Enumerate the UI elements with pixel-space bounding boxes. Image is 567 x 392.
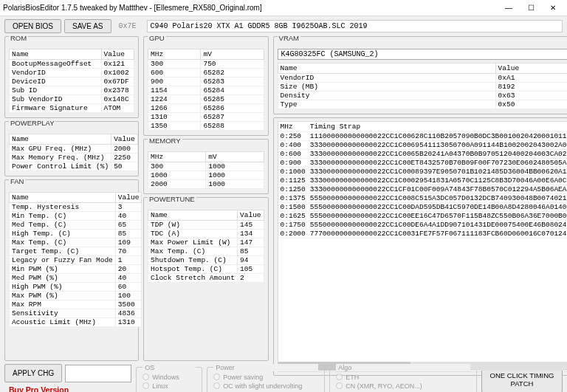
cell[interactable]: 333000000000000022CC1C00089397E9050701B1… <box>308 168 567 176</box>
table-row[interactable]: Size (MB)8192 <box>278 83 567 92</box>
table-row[interactable]: 135065288 <box>148 122 264 131</box>
cell[interactable]: 85 <box>238 247 264 256</box>
cell[interactable]: 145 <box>238 221 264 230</box>
table-row[interactable]: 131065287 <box>148 113 264 122</box>
table-row[interactable]: Max Temp. (C)85 <box>148 247 264 256</box>
cell[interactable]: 333000000000000022CC1C0069541113050700A0… <box>308 141 567 150</box>
open-bios-button[interactable]: OPEN BIOS <box>4 19 61 33</box>
cell[interactable]: 105 <box>238 265 264 274</box>
cell[interactable]: 1000 <box>206 180 264 189</box>
table-row[interactable]: Sensitivity4836 <box>10 309 142 318</box>
table-row[interactable]: 0:250111000000000000022CC1C00628C110B205… <box>278 132 567 141</box>
timing-table[interactable]: MHzTiming Strap0:250111000000000000022CC… <box>278 122 567 238</box>
cell[interactable]: 0:2000 <box>278 230 308 238</box>
cell[interactable]: 0x50 <box>495 100 567 109</box>
bios-name-field[interactable]: C940 Polaris20 XTX A1 GDDR5 8GB I9625OAB… <box>147 20 563 32</box>
cell[interactable]: 0:900 <box>278 159 308 168</box>
memory-table[interactable]: MHzmV30010001000100020001000 <box>148 151 264 189</box>
cell[interactable]: 40 <box>115 212 142 221</box>
cell[interactable]: 333000000000000022CC1CF01C00F009A74843F7… <box>308 185 567 194</box>
cell[interactable]: 65285 <box>201 95 264 104</box>
cell[interactable]: DeviceID <box>10 78 102 86</box>
cell[interactable]: Legacy or Fuzzy Fan Mode <box>10 256 116 265</box>
power-oc-radio[interactable]: OC with slight undervolting <box>213 382 318 390</box>
cell[interactable]: 1000 <box>148 171 206 180</box>
cell[interactable]: 0x121 <box>101 60 134 69</box>
table-row[interactable]: Legacy or Fuzzy Fan Mode1 <box>10 256 142 265</box>
cell[interactable]: TDP (W) <box>148 221 238 230</box>
table-row[interactable]: Acoustic Limit (MHz)1310 <box>10 318 142 327</box>
cell[interactable]: 20 <box>115 265 142 274</box>
cell[interactable]: Sub VendorID <box>10 95 102 104</box>
cell[interactable]: High PWM (%) <box>10 283 116 292</box>
timing-scroll[interactable]: MHzTiming Strap0:250111000000000000022CC… <box>278 121 567 372</box>
table-row[interactable]: TDC (A)134 <box>148 230 264 238</box>
table-row[interactable]: 10001000 <box>148 171 264 180</box>
table-row[interactable]: Temp. Hysteresis3 <box>10 203 142 212</box>
cell[interactable]: 300 <box>148 60 201 69</box>
cell[interactable]: 100 <box>115 292 142 300</box>
cell[interactable]: 555000000000000022CC1C00EE16C47D6570F115… <box>308 212 567 221</box>
close-button[interactable]: ✕ <box>542 1 564 16</box>
cell[interactable]: BootupMessageOffset <box>10 60 102 69</box>
cell[interactable]: 333000000000000022CC1C00ET8432570B70B09F… <box>308 159 567 168</box>
cell[interactable]: Sensitivity <box>10 309 116 318</box>
table-row[interactable]: 0:1125333000000000000022CC1C00029541831A… <box>278 176 567 185</box>
cell[interactable]: 134 <box>238 230 264 238</box>
table-row[interactable]: Firmware SignatureATOM <box>10 104 134 113</box>
cell[interactable]: Size (MB) <box>278 83 495 92</box>
table-row[interactable]: Hotspot Temp. (C)105 <box>148 265 264 274</box>
table-row[interactable]: Med PWM (%)40 <box>10 274 142 283</box>
cell[interactable]: 2000 <box>148 180 206 189</box>
cell[interactable]: 3 <box>115 203 142 212</box>
power-saving-radio[interactable]: Power saving <box>213 374 318 381</box>
table-row[interactable]: Density0x63 <box>278 92 567 100</box>
table-row[interactable]: 0:1625555000000000000022CC1C00EE16C47D65… <box>278 212 567 221</box>
cell[interactable]: Shutdown Temp. (C) <box>148 256 238 265</box>
table-row[interactable]: 3001000 <box>148 162 264 171</box>
cell[interactable]: Med PWM (%) <box>10 274 116 283</box>
powerplay-table[interactable]: NameValueMax GPU Freq. (MHz)2000Max Memo… <box>9 134 138 171</box>
cell[interactable]: Max Power Limit (W) <box>148 238 238 247</box>
table-row[interactable]: 90065283 <box>148 78 264 86</box>
cell[interactable]: Min PWM (%) <box>10 265 116 274</box>
table-row[interactable]: Max Power Limit (W)147 <box>148 238 264 247</box>
cell[interactable]: 1224 <box>148 95 201 104</box>
cell[interactable]: 65283 <box>201 78 264 86</box>
cell[interactable]: 0x148C <box>101 95 134 104</box>
cell[interactable]: Hotspot Temp. (C) <box>148 265 238 274</box>
cell[interactable]: Type <box>278 100 495 109</box>
cell[interactable]: 0x67DF <box>101 78 134 86</box>
cell[interactable]: 2 <box>238 274 264 283</box>
cell[interactable]: 0x1002 <box>101 69 134 78</box>
cell[interactable]: Density <box>278 92 495 100</box>
cell[interactable]: 1310 <box>148 113 201 122</box>
cell[interactable]: 1310 <box>115 318 142 327</box>
cell[interactable]: High Temp. (C) <box>10 230 116 238</box>
cell[interactable]: 65287 <box>201 113 264 122</box>
table-row[interactable]: 0:400333000000000000022CC1C0069541113050… <box>278 141 567 150</box>
table-row[interactable]: 0:1250333000000000000022CC1CF01C00F009A7… <box>278 185 567 194</box>
cell[interactable]: Power Control Limit (%) <box>10 162 111 171</box>
cell[interactable]: 0xA1 <box>495 74 567 83</box>
cell[interactable]: Clock Stretch Amount <box>148 274 238 283</box>
table-row[interactable]: VendorID0xA1 <box>278 74 567 83</box>
cell[interactable]: 94 <box>238 256 264 265</box>
cell[interactable]: 109 <box>115 238 142 247</box>
cell[interactable]: 1000 <box>206 171 264 180</box>
cell[interactable]: Acoustic Limit (MHz) <box>10 318 116 327</box>
table-row[interactable]: Sub VendorID0x148C <box>10 95 134 104</box>
vram-select[interactable]: K4G80325FC (SAMSUNG_2) <box>278 49 567 60</box>
cell[interactable]: Max GPU Freq. (MHz) <box>10 145 111 154</box>
cell[interactable]: 0:1375 <box>278 194 308 203</box>
table-row[interactable]: 0:1375555000000000000022CC1C008C515A3DC0… <box>278 194 567 203</box>
cell[interactable]: Max Temp. (C) <box>148 247 238 256</box>
table-row[interactable]: Max Memory Freq. (MHz)2250 <box>10 154 138 162</box>
one-click-timing-button[interactable]: ONE CLICK TIMING PATCH <box>481 367 563 392</box>
cell[interactable]: 555000000000000022CC1C008C515A3DC057D013… <box>308 194 567 203</box>
table-row[interactable]: Shutdown Temp. (C)94 <box>148 256 264 265</box>
table-row[interactable]: Max PWM (%)100 <box>10 292 142 300</box>
cell[interactable]: 333000000000000022CC1C00029541831A0570C1… <box>308 176 567 185</box>
table-row[interactable]: Med Temp. (C)65 <box>10 221 142 230</box>
cell[interactable]: 111000000000000022CC1C00628C110B2057090B… <box>308 132 567 141</box>
